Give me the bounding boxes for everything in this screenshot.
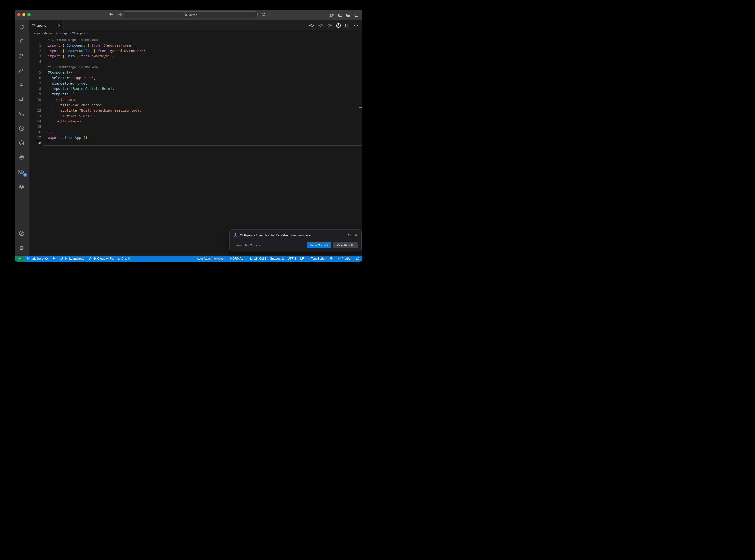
copilot-icon: [329, 257, 333, 261]
code-row: 4: [28, 59, 362, 64]
nx-fix-label: Nx Cloud AI Fix: [93, 257, 114, 260]
zoom-window-button[interactable]: [27, 13, 31, 16]
remote-indicator[interactable]: ><: [15, 256, 25, 261]
breadcrumb-item[interactable]: …: [89, 32, 92, 35]
typescript-file-icon: TS: [72, 32, 76, 35]
cursor-position-status[interactable]: Ln 18, Col 1: [248, 256, 268, 261]
vim-mode-status[interactable]: -- NORMAL --: [225, 256, 248, 261]
line-content: }): [41, 129, 52, 135]
git-branch-status[interactable]: add-hero: [25, 256, 50, 261]
search-icon: [184, 13, 187, 17]
line-number: 12: [28, 108, 41, 113]
search-view-icon[interactable]: [15, 35, 28, 47]
close-window-button[interactable]: [17, 13, 20, 16]
tab-bar: TS app.ts: [28, 20, 362, 30]
nx-console-icon[interactable]: N 2: [15, 166, 28, 178]
remote-icon: ><: [18, 257, 21, 260]
window-controls: [17, 13, 31, 16]
toggle-secondary-sidebar-icon[interactable]: [354, 13, 358, 17]
more-actions-icon[interactable]: [353, 23, 358, 28]
title-bar: acme: [15, 9, 362, 20]
copilot-icon: [261, 12, 266, 17]
breadcrumb-separator: ›: [42, 32, 43, 35]
notifications-bell[interactable]: [353, 256, 361, 261]
code-editor[interactable]: You, 26 minutes ago | 1 author (You)1imp…: [28, 36, 362, 256]
workflow-icon[interactable]: [15, 108, 28, 120]
run-and-debug-icon[interactable]: [15, 64, 28, 76]
line-number: 4: [28, 59, 41, 64]
code-row: 17export class App {}: [28, 135, 362, 140]
git-graph-circle-icon[interactable]: [336, 23, 341, 28]
encoding-status[interactable]: UTF-8: [285, 256, 298, 261]
code-row: 5@Component({: [28, 70, 362, 75]
breadcrumb-item[interactable]: TSapp.ts: [72, 32, 85, 35]
wrench-icon: [88, 257, 92, 260]
view-results-button[interactable]: View Results: [333, 242, 358, 248]
view-commit-button[interactable]: View Commit: [307, 242, 331, 248]
settings-gear-icon[interactable]: ⚙: [15, 242, 28, 254]
edge-browser-icon[interactable]: [15, 151, 28, 164]
status-bar: >< add-hero: [15, 256, 362, 261]
code-row: 7 standalone: true,: [28, 81, 362, 86]
command-center-search[interactable]: acme: [123, 11, 258, 18]
notification-toast: CI Pipeline Execution for #add-hero has …: [229, 229, 362, 252]
breadcrumb: apps›demo›src›app›TSapp.ts›…: [28, 30, 362, 36]
copilot-menu[interactable]: [261, 12, 270, 17]
git-graph-status[interactable]: [50, 256, 58, 261]
breadcrumb-item[interactable]: apps: [34, 32, 40, 35]
breadcrumb-separator: ›: [53, 32, 54, 35]
breadcrumb-item[interactable]: src: [56, 32, 59, 35]
pipeline-graph-icon[interactable]: [15, 122, 28, 135]
circle-dash-icon[interactable]: [318, 23, 323, 28]
notification-settings-icon[interactable]: ⚙: [347, 233, 351, 237]
breadcrumb-separator: ›: [86, 32, 87, 35]
copilot-status[interactable]: [327, 256, 335, 261]
testing-icon[interactable]: [15, 79, 28, 91]
nx-cloud-fix-status[interactable]: Nx Cloud AI Fix: [86, 256, 116, 261]
auto-attach-status[interactable]: Auto Attach: Always: [195, 256, 225, 261]
line-number: 11: [28, 102, 41, 108]
account-icon[interactable]: [15, 227, 28, 240]
notification-close-icon[interactable]: [354, 234, 358, 237]
source-control-icon[interactable]: [15, 49, 28, 62]
explorer-icon[interactable]: [15, 20, 28, 33]
problems-status[interactable]: ⊗ 0 ⚠ 0: [116, 256, 132, 261]
eol-status[interactable]: LF: [298, 256, 305, 261]
breadcrumb-item[interactable]: app: [63, 32, 68, 35]
tab-app-ts[interactable]: TS app.ts: [28, 20, 64, 30]
line-content: selector: 'app-root',: [41, 75, 96, 81]
error-icon: ⊗: [118, 257, 120, 260]
extensions-icon[interactable]: [15, 93, 28, 105]
line-content: imports: [RouterOutlet, Hero],: [41, 86, 114, 92]
split-editor-icon[interactable]: [345, 23, 350, 28]
customize-layout-icon[interactable]: [330, 13, 334, 17]
code-row: 1import { Component } from '@angular/cor…: [28, 43, 362, 48]
forward-circle-icon[interactable]: [327, 23, 332, 28]
language-mode-status[interactable]: {} TypeScript: [306, 256, 327, 261]
back-arrow-icon[interactable]: [108, 12, 114, 17]
minimize-window-button[interactable]: [22, 13, 26, 16]
indentation-status[interactable]: Spaces: 2: [268, 256, 286, 261]
toggle-panel-icon[interactable]: [346, 13, 350, 17]
line-number: 1: [28, 43, 41, 48]
code-row: 11 title="Welcmoe demo": [28, 102, 362, 108]
line-content: [41, 59, 48, 64]
line-content: import { Component } from '@angular/core…: [41, 43, 135, 48]
code-row: 13 cta="Get Started": [28, 113, 362, 119]
line-number: 5: [28, 70, 41, 75]
notification-title: CI Pipeline Execution for #add-hero has …: [240, 234, 345, 237]
git-graph-search-icon[interactable]: [15, 137, 28, 149]
warning-icon: ⚠: [124, 257, 127, 260]
forward-arrow-icon[interactable]: [117, 12, 123, 17]
back-circle-icon[interactable]: [309, 23, 314, 28]
launchpad-status[interactable]: Launchpad: [58, 256, 86, 261]
rocket-icon: [60, 257, 63, 261]
formatter-status[interactable]: ✓✓ Prettier: [335, 256, 353, 261]
git-graph-icon: [52, 257, 56, 260]
code-row: 10 <lib-hero: [28, 97, 362, 102]
toggle-primary-sidebar-icon[interactable]: [338, 13, 342, 17]
typescript-file-icon: TS: [32, 24, 36, 27]
close-tab-icon[interactable]: [58, 24, 61, 27]
breadcrumb-item[interactable]: demo: [44, 32, 52, 35]
container-icon[interactable]: [15, 180, 28, 193]
